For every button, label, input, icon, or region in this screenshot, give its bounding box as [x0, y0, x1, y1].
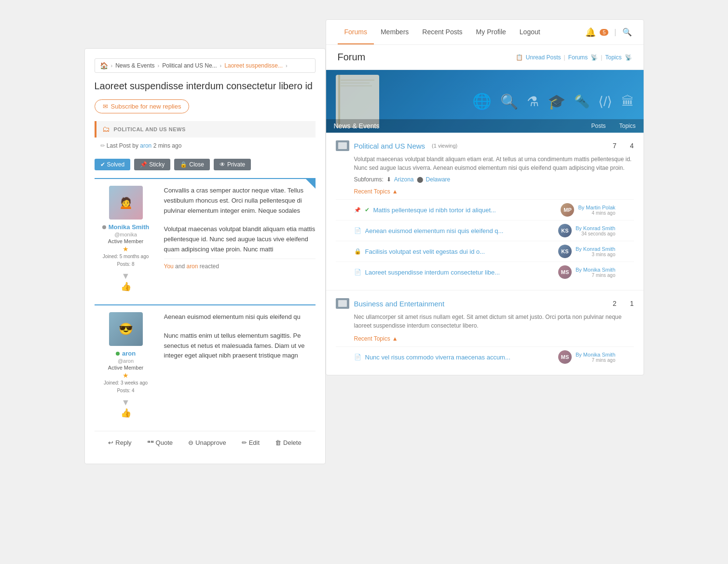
- subforum-az-link[interactable]: Arizona: [394, 176, 414, 183]
- subforum-header-2: Business and Entertainment 2 1: [336, 298, 634, 309]
- file-icon-t4: 📄: [354, 269, 361, 275]
- forum-header: Forum 📋 Unread Posts | Forums 📡 | Topics…: [326, 45, 644, 70]
- breadcrumb: 🏠 › News & Events › Political and US Ne.…: [95, 58, 316, 73]
- close-button[interactable]: 🔒 Close: [174, 159, 210, 170]
- subforum-posts-2: 2: [613, 300, 617, 307]
- subforum-name-1[interactable]: Political and US News: [354, 142, 426, 150]
- subforums-line-1: Subforums: ⬇ Arizona ⬤ Delaware: [354, 176, 634, 183]
- file-icon-t2: 📄: [354, 227, 361, 234]
- subforum-counts-1: 7 4: [613, 142, 634, 150]
- breadcrumb-end: ›: [286, 63, 288, 69]
- nav-icons: 🔔 5 | 🔍: [585, 27, 632, 38]
- pin-icon: 📌: [140, 161, 147, 168]
- topic-by-2[interactable]: By Konrad Smith: [576, 225, 616, 231]
- sticky-button[interactable]: 📌 Sticky: [134, 159, 170, 170]
- nav-members[interactable]: Members: [374, 20, 415, 44]
- topic-by-5[interactable]: By Monika Smith: [576, 352, 616, 358]
- home-icon[interactable]: 🏠: [100, 62, 108, 69]
- unapprove-button[interactable]: ⊖ Unapprove: [184, 437, 230, 448]
- topic-title-4[interactable]: Laoreet suspendisse interdum consectetur…: [365, 269, 554, 276]
- author-name-1[interactable]: Monika Smith: [109, 223, 150, 231]
- topic-right-2: KS By Konrad Smith 34 seconds ago: [558, 224, 616, 237]
- subforum-icon-2: [336, 298, 349, 309]
- subforum-de-link[interactable]: Delaware: [426, 176, 451, 183]
- reply-icon: ↩: [108, 439, 113, 446]
- author-name-2[interactable]: aron: [122, 350, 136, 357]
- topic-right-1: MP By Martin Polak 4 mins ago: [561, 203, 615, 217]
- left-panel: 🏠 › News & Events › Political and US Ne.…: [84, 48, 326, 464]
- delete-label: Delete: [283, 439, 302, 446]
- edit-button[interactable]: ✏ Edit: [238, 437, 263, 448]
- search-icon[interactable]: 🔍: [622, 28, 632, 37]
- post-content-1: Convallis a cras semper auctor neque vit…: [164, 186, 316, 292]
- nav-logout[interactable]: Logout: [513, 20, 547, 44]
- topic-title-1[interactable]: Mattis pellentesque id nibh tortor id al…: [373, 206, 557, 214]
- you-link[interactable]: You: [164, 263, 174, 270]
- vote-down-2[interactable]: ▼: [122, 398, 130, 408]
- subforum-topics-2: 1: [630, 300, 634, 307]
- quote-button[interactable]: ❝❝ Quote: [143, 437, 177, 448]
- check-icon-t1: ✔: [365, 206, 370, 213]
- topic-by-4[interactable]: By Monika Smith: [576, 267, 616, 273]
- recent-topics-label-1: Recent Topics: [354, 188, 390, 195]
- topics-link[interactable]: Topics: [605, 54, 621, 61]
- topic-title-5[interactable]: Nunc vel risus commodo viverra maecenas …: [365, 354, 554, 361]
- subforum-az-icon: ⬇: [386, 176, 391, 183]
- delete-button[interactable]: 🗑 Delete: [271, 437, 305, 448]
- online-dot-2: [116, 352, 120, 356]
- envelope-icon: ✉: [103, 103, 108, 110]
- solved-button[interactable]: ✔ Solved: [95, 159, 131, 170]
- post-2: 😎 aron @aron Active Member ★ Joined: 3 w…: [95, 304, 316, 425]
- monika-avatar-img: 🙍: [109, 186, 143, 220]
- solved-label: Solved: [107, 161, 125, 168]
- rss-icon-topics: 📡: [625, 54, 632, 61]
- topic-by-3[interactable]: By Konrad Smith: [576, 246, 616, 252]
- vote-down-1[interactable]: ▼: [122, 271, 130, 281]
- author-sidebar-2: 😎 aron @aron Active Member ★ Joined: 3 w…: [95, 312, 157, 418]
- nav-my-profile[interactable]: My Profile: [469, 20, 513, 44]
- reply-button[interactable]: ↩ Reply: [104, 437, 135, 448]
- author-meta-1: Joined: 5 months ago Posts: 8: [95, 253, 157, 268]
- edit-icon-btn: ✏: [242, 439, 247, 446]
- subforum-header-1: Political and US News (1 viewing) 7 4: [336, 140, 634, 151]
- notification-badge: 5: [600, 29, 608, 36]
- mini-avatar-t4: MS: [558, 265, 572, 279]
- nav-recent-posts[interactable]: Recent Posts: [415, 20, 469, 44]
- recent-topics-label-2: Recent Topics: [354, 335, 390, 342]
- building-icon: 🏛: [621, 94, 634, 109]
- private-button[interactable]: 👁 Private: [214, 159, 251, 170]
- breadcrumb-item-2[interactable]: Political and US Ne...: [162, 62, 217, 69]
- subforum-name-2[interactable]: Business and Entertainment: [354, 300, 445, 308]
- bell-icon[interactable]: 🔔: [585, 27, 596, 38]
- author-posts-1: Posts: 8: [95, 261, 157, 268]
- reaction-line-1: You and aron reacted: [164, 259, 316, 270]
- topic-by-1[interactable]: By Martin Polak: [578, 205, 615, 210]
- unapprove-icon: ⊖: [188, 439, 193, 446]
- aron-link[interactable]: aron: [186, 263, 198, 270]
- topic-title-2[interactable]: Aenean euismod elementum nisi quis eleif…: [365, 227, 554, 234]
- nav-forums[interactable]: Forums: [338, 20, 374, 44]
- pin-icon-t1: 📌: [354, 207, 361, 213]
- subscribe-button[interactable]: ✉ Subscribe for new replies: [95, 99, 190, 113]
- flashlight-icon: 🔦: [574, 94, 590, 109]
- last-post-user-link[interactable]: aron: [140, 142, 151, 149]
- subforum-counts-2: 2 1: [613, 300, 634, 307]
- close-label: Close: [189, 161, 204, 168]
- subforum-topics-1: 4: [630, 142, 634, 150]
- breadcrumb-item-1[interactable]: News & Events: [115, 62, 154, 69]
- recent-topics-toggle-2[interactable]: Recent Topics ▲: [354, 335, 398, 342]
- like-button-2[interactable]: 👍: [121, 408, 131, 418]
- reply-label: Reply: [115, 439, 131, 446]
- recent-topics-toggle-1[interactable]: Recent Topics ▲: [354, 188, 398, 195]
- topic-title-3[interactable]: Facilisis volutpat est velit egestas dui…: [365, 248, 554, 255]
- post-flag-1: [306, 179, 316, 189]
- like-button-1[interactable]: 👍: [121, 281, 131, 292]
- forums-link[interactable]: Forums: [568, 54, 588, 61]
- category-icon: 🗂: [102, 125, 110, 134]
- unread-posts-link[interactable]: Unread Posts: [526, 54, 561, 61]
- search-banner-icon: 🔍: [500, 93, 518, 110]
- topic-by-block-5: By Monika Smith 7 mins ago: [576, 352, 616, 363]
- unapprove-label: Unapprove: [195, 439, 226, 446]
- lock-icon: 🔒: [180, 161, 187, 168]
- bottom-actions: ↩ Reply ❝❝ Quote ⊖ Unapprove ✏ Edit 🗑 De…: [95, 431, 316, 454]
